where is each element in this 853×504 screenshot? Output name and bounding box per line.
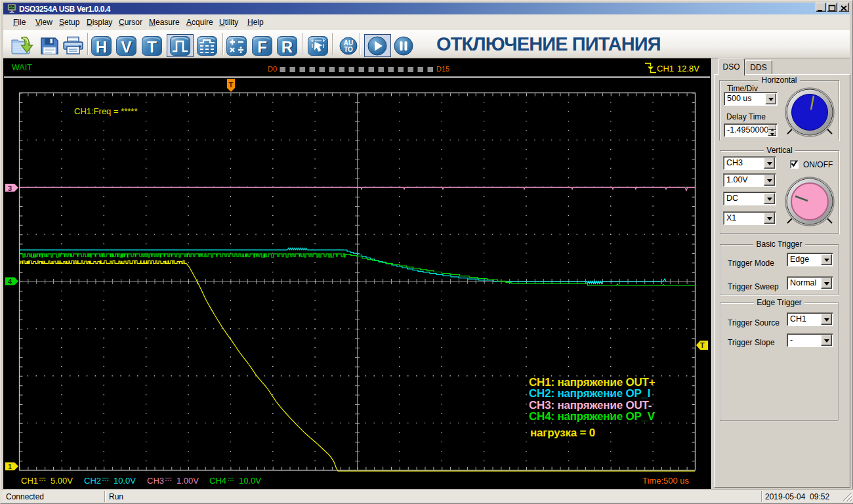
- svg-text:T: T: [229, 81, 234, 89]
- svg-text:T: T: [147, 38, 157, 56]
- svg-text:1.00V: 1.00V: [177, 476, 199, 486]
- svg-text:CH3: напряжение OUT-: CH3: напряжение OUT-: [529, 399, 652, 411]
- svg-text:5.00V: 5.00V: [51, 476, 73, 486]
- svg-text:Time:500 us: Time:500 us: [642, 476, 690, 486]
- svg-text:10.0V: 10.0V: [114, 476, 136, 486]
- svg-text:CH1: CH1: [21, 476, 38, 486]
- svg-text:T: T: [700, 341, 705, 349]
- svg-text:CH2: CH2: [84, 476, 101, 486]
- svg-text:10.0V: 10.0V: [239, 476, 261, 486]
- svg-text:3: 3: [8, 184, 12, 192]
- svg-text:12.8V: 12.8V: [677, 64, 699, 74]
- svg-text:CH2: напряжение OP_I: CH2: напряжение OP_I: [529, 387, 650, 400]
- svg-text:CH4: CH4: [209, 476, 226, 486]
- svg-text:CH4: напряжение OP_V: CH4: напряжение OP_V: [529, 410, 655, 423]
- svg-text:CH3: CH3: [147, 476, 164, 486]
- svg-text:V: V: [121, 38, 131, 56]
- svg-text:CH1: CH1: [657, 64, 674, 74]
- svg-text:4: 4: [8, 278, 12, 285]
- svg-text:H: H: [96, 38, 107, 56]
- svg-text:D15: D15: [436, 65, 449, 73]
- svg-text:CH1:Freq = *****: CH1:Freq = *****: [74, 106, 137, 116]
- svg-text:1: 1: [8, 463, 12, 471]
- svg-text:R: R: [281, 38, 293, 56]
- svg-text:TO: TO: [344, 46, 353, 53]
- svg-text:нагрузка = 0: нагрузка = 0: [530, 427, 595, 439]
- svg-text:CH1: напряжение OUT+: CH1: напряжение OUT+: [529, 376, 655, 388]
- svg-text:WAIT: WAIT: [12, 63, 32, 72]
- svg-text:D0: D0: [268, 65, 277, 73]
- svg-text:F: F: [257, 38, 267, 56]
